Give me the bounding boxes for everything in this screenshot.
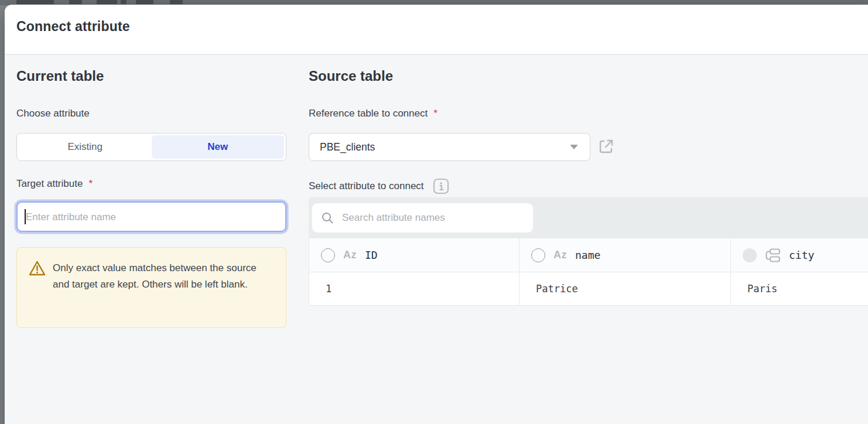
required-asterisk: * [88,178,93,190]
attribute-table: Az ID Az name [309,238,868,306]
warning-banner: Only exact value matches between the sou… [16,247,286,328]
target-attribute-input-wrap [16,201,286,232]
select-attribute-label-text: Select attribute to connect [309,180,424,192]
column-header-name[interactable]: Az name [520,238,731,272]
attribute-mode-toggle: Existing New [16,133,286,161]
cell-name: Patrice [520,272,731,306]
column-name: name [575,249,600,261]
external-link-icon [598,138,614,155]
background-toolbar-item [170,0,183,4]
connection-icon [765,248,781,262]
attribute-picker-panel [309,197,868,238]
column-name: ID [365,249,378,261]
modal-body: Current table Choose attribute Existing … [5,55,868,424]
column-name: city [789,249,814,261]
az-text-icon: Az [553,249,567,261]
attribute-table-header: Az ID Az name [309,238,868,272]
modal-title: Connect attribute [16,19,130,35]
open-reference-table-button[interactable] [598,136,618,156]
existing-tab[interactable]: Existing [19,135,152,159]
background-toolbar-item [97,0,117,4]
target-attribute-input[interactable] [25,203,281,232]
radio-column-id[interactable] [321,248,335,262]
source-table-heading: Source table [309,68,393,84]
warning-text: Only exact value matches between the sou… [53,260,261,327]
choose-attribute-label-text: Choose attribute [16,108,90,119]
text-cursor [25,209,26,224]
reference-table-label-text: Reference table to connect [309,108,428,119]
current-table-heading: Current table [16,68,104,84]
attribute-search-input[interactable] [341,211,526,224]
reference-table-selected-value: PBE_clients [320,141,570,153]
attribute-table-row: 1 Patrice Paris [309,272,868,306]
reference-table-label: Reference table to connect * [309,108,438,119]
warning-icon [28,260,46,277]
background-toolbar-item [121,0,127,4]
radio-column-name[interactable] [531,248,545,262]
chevron-down-icon [570,145,578,149]
background-toolbar-item [16,0,54,4]
cell-city: Paris [731,272,868,306]
az-text-icon: Az [343,249,357,261]
background-toolbar-item [136,0,153,4]
required-asterisk: * [433,108,438,119]
info-icon[interactable] [433,178,449,194]
target-attribute-label: Target attribute * [16,178,93,190]
reference-table-select[interactable]: PBE_clients [309,133,590,161]
select-attribute-label: Select attribute to connect [309,178,449,194]
column-header-city: city [731,238,868,272]
search-icon [321,211,334,224]
screen: Connect attribute Current table Choose a… [0,0,868,424]
cell-id: 1 [309,272,520,306]
choose-attribute-label: Choose attribute [16,108,90,119]
target-attribute-label-text: Target attribute [16,178,83,190]
column-header-id[interactable]: Az ID [309,238,520,272]
radio-column-city-disabled [743,248,757,262]
attribute-search [312,203,533,232]
new-tab[interactable]: New [152,135,285,159]
background-toolbar-item [69,0,82,4]
connect-attribute-modal: Connect attribute Current table Choose a… [5,5,868,424]
